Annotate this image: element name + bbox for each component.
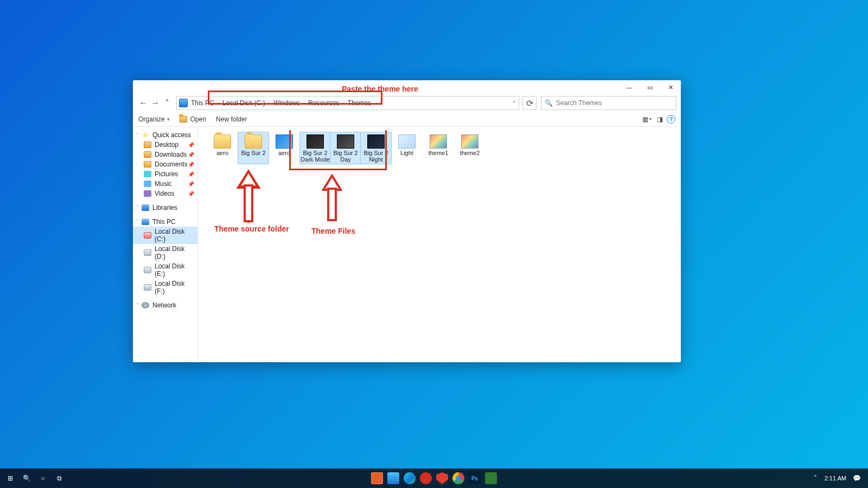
sidebar-item-drive[interactable]: Local Disk (D:) [133, 244, 197, 261]
folder-icon [144, 190, 151, 197]
sidebar-item-drive[interactable]: Local Disk (E:) [133, 261, 197, 279]
sidebar-item-drive[interactable]: Local Disk (C:) [133, 227, 197, 244]
organize-button[interactable]: Organize ▾ [138, 115, 170, 123]
theme-file-icon [337, 134, 354, 149]
taskbar-app-mail[interactable] [385, 468, 401, 488]
sidebar-item-videos[interactable]: Videos📌 [133, 189, 197, 198]
nav-forward-button[interactable]: → [149, 97, 161, 109]
file-item[interactable]: theme1 [423, 132, 454, 164]
photoshop-icon: Ps [469, 472, 481, 484]
breadcrumb-this-pc[interactable]: This PC [191, 99, 214, 107]
address-dropdown-button[interactable]: ˅ [513, 100, 515, 106]
taskbar-app-edge[interactable] [401, 468, 418, 488]
sidebar-item-documents[interactable]: Documents📌 [133, 159, 197, 169]
chevron-icon: ˃ [136, 303, 142, 308]
nav-back-button[interactable]: ← [137, 97, 149, 109]
navigation-pane: ˅ Quick access Desktop📌Downloads📌Documen… [133, 127, 198, 362]
sidebar-item-label: Music [155, 180, 171, 188]
taskbar-app-explorer[interactable] [369, 468, 385, 488]
preview-pane-button[interactable]: ◨ [654, 113, 666, 125]
taskbar-cortana-button[interactable]: ○ [35, 468, 51, 488]
network-label: Network [152, 301, 176, 309]
nav-up-button[interactable]: ˄ [161, 97, 173, 109]
file-item[interactable]: Big Sur 2 [238, 132, 269, 164]
taskbar-search-button[interactable]: 🔍 [18, 468, 35, 488]
sidebar-item-label: Videos [155, 190, 174, 197]
sidebar-libraries[interactable]: ˃ Libraries [133, 203, 197, 213]
chrome-icon [452, 472, 464, 484]
taskbar-app-downloads[interactable] [483, 468, 499, 488]
network-group: ˃ Network [133, 300, 197, 310]
taskbar: ⊞ 🔍 ○ ⧉ Ps ˄ 2:11 AM 💬 [0, 468, 868, 488]
address-bar[interactable]: This PC › Local Disk (C:) › Windows › Re… [176, 96, 519, 110]
this-pc-label: This PC [152, 218, 176, 226]
file-item[interactable]: aero [269, 132, 300, 164]
pc-icon [179, 99, 188, 107]
quick-access-group: ˅ Quick access Desktop📌Downloads📌Documen… [133, 130, 197, 198]
close-button[interactable]: ✕ [660, 80, 681, 94]
breadcrumb-windows[interactable]: Windows [273, 99, 300, 107]
open-button[interactable]: Open [180, 115, 206, 123]
new-folder-button[interactable]: New folder [216, 115, 247, 123]
navigation-row: ← → ˄ This PC › Local Disk (C:) › Window… [133, 94, 681, 112]
file-item[interactable]: Light [391, 132, 423, 164]
edge-icon [404, 472, 416, 484]
sidebar-item-music[interactable]: Music📌 [133, 179, 197, 189]
annotation-arrow-theme-source [235, 171, 262, 225]
taskbar-taskview-button[interactable]: ⧉ [51, 468, 67, 488]
sidebar-item-label: Local Disk (D:) [155, 245, 194, 260]
taskbar-app-brave[interactable] [434, 468, 450, 488]
refresh-button[interactable]: ⟳ [522, 96, 537, 110]
start-button[interactable]: ⊞ [2, 468, 18, 488]
libraries-group: ˃ Libraries [133, 203, 197, 213]
explorer-icon [371, 472, 383, 484]
toolbar: Organize ▾ Open New folder ▦▾ ◨ ? [133, 112, 681, 127]
minimize-button[interactable]: — [619, 80, 640, 94]
view-mode-button[interactable]: ▦▾ [641, 113, 653, 125]
breadcrumb-sep-icon: › [342, 100, 344, 106]
breadcrumb-c-drive[interactable]: Local Disk (C:) [222, 99, 265, 107]
file-label: aero [216, 150, 228, 156]
file-list-area[interactable]: aeroBig Sur 2aeroBig Sur 2 Dark ModeBig … [198, 127, 681, 362]
theme-file-icon [367, 134, 385, 149]
disk-icon [144, 232, 151, 239]
libraries-icon [142, 204, 149, 211]
folder-icon [144, 151, 151, 158]
file-item[interactable]: Big Sur 2 Day [330, 132, 361, 164]
explorer-body: ˅ Quick access Desktop📌Downloads📌Documen… [133, 127, 681, 362]
sidebar-quick-access[interactable]: ˅ Quick access [133, 130, 197, 140]
chevron-icon: ˅ [136, 219, 142, 224]
sidebar-item-pictures[interactable]: Pictures📌 [133, 169, 197, 179]
libraries-label: Libraries [152, 204, 177, 211]
tray-expand-button[interactable]: ˄ [809, 468, 821, 488]
breadcrumb-themes[interactable]: Themes [348, 99, 371, 107]
folder-icon [144, 142, 151, 148]
theme-file-icon [276, 134, 293, 149]
svg-rect-0 [245, 185, 252, 221]
file-item[interactable]: aero [207, 132, 238, 164]
taskbar-app-opera[interactable] [418, 468, 434, 488]
file-item[interactable]: Big Sur 2 Night [360, 132, 392, 164]
file-grid: aeroBig Sur 2aeroBig Sur 2 Dark ModeBig … [207, 132, 672, 164]
breadcrumb-resources[interactable]: Resources [308, 99, 339, 107]
file-item[interactable]: Big Sur 2 Dark Mode [299, 132, 331, 164]
taskbar-app-photoshop[interactable]: Ps [467, 468, 483, 488]
sidebar-network[interactable]: ˃ Network [133, 300, 197, 310]
theme-file-icon [430, 134, 447, 149]
search-box[interactable]: 🔍 [541, 96, 676, 110]
disk-icon [144, 284, 151, 291]
sidebar-item-label: Documents [155, 160, 188, 168]
taskbar-app-chrome[interactable] [450, 468, 467, 488]
file-item[interactable]: theme2 [454, 132, 486, 164]
sidebar-item-downloads[interactable]: Downloads📌 [133, 150, 197, 159]
sidebar-this-pc[interactable]: ˅ This PC [133, 217, 197, 227]
maximize-button[interactable]: ▭ [640, 80, 660, 94]
help-button[interactable]: ? [667, 115, 675, 124]
action-center-button[interactable]: 💬 [850, 468, 864, 488]
taskbar-clock[interactable]: 2:11 AM [821, 475, 850, 481]
search-input[interactable] [556, 99, 673, 107]
sidebar-item-drive[interactable]: Local Disk (F:) [133, 279, 197, 296]
breadcrumb-sep-icon: › [218, 100, 219, 106]
sidebar-item-desktop[interactable]: Desktop📌 [133, 140, 197, 150]
sidebar-item-label: Downloads [155, 151, 187, 158]
